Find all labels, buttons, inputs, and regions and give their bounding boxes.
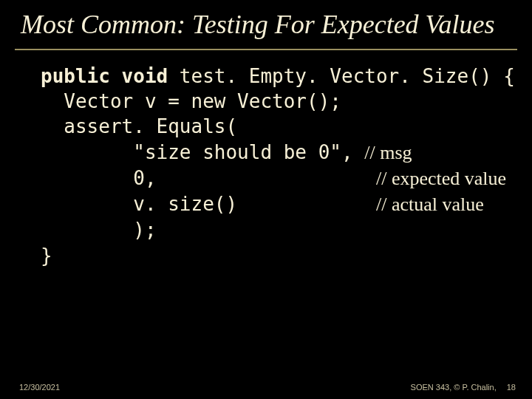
code-block: public void test. Empty. Vector. Size() … (0, 50, 532, 269)
code-line-7: ); (41, 217, 517, 242)
code-line-5-comment: // expected value (376, 166, 506, 191)
code-line-5-code: 0, (41, 166, 376, 191)
footer-page: 18 (507, 383, 516, 392)
code-line-6-code: v. size() (41, 191, 376, 216)
code-line-1: public void test. Empty. Vector. Size() … (41, 64, 517, 89)
code-line-2: Vector v = new Vector(); (41, 89, 517, 114)
code-line-6: v. size() // actual value (41, 191, 517, 217)
footer-date: 12/30/2021 (19, 383, 60, 392)
footer: 12/30/2021 SOEN 343, © P. Chalin, 18 (0, 383, 532, 392)
slide-title: Most Common: Testing For Expected Values (0, 0, 532, 44)
code-line-4-comment: // msg (364, 140, 412, 166)
method-decl: test. Empty. Vector. Size() { (168, 65, 515, 87)
code-line-4-code: "size should be 0", (41, 140, 364, 165)
slide: Most Common: Testing For Expected Values… (0, 0, 532, 399)
code-line-4: "size should be 0", // msg (41, 140, 517, 166)
code-line-6-comment: // actual value (376, 192, 484, 217)
code-line-5: 0, // expected value (41, 166, 517, 191)
code-line-8: } (41, 243, 517, 268)
keywords: public void (41, 65, 168, 87)
footer-course: SOEN 343, © P. Chalin, (411, 383, 497, 392)
code-line-3: assert. Equals( (41, 114, 517, 139)
